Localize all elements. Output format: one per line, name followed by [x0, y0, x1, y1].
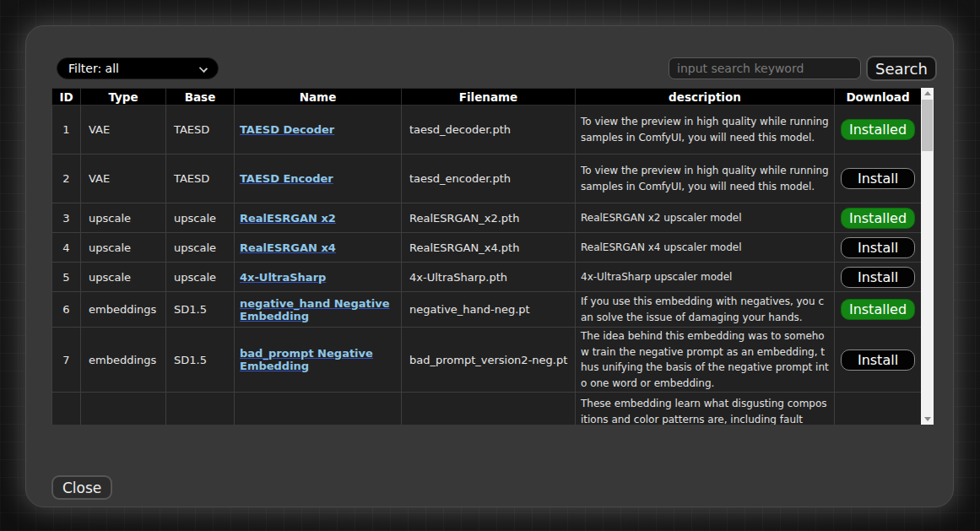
cell-name: bad_prompt Negative Embedding	[235, 328, 402, 393]
cell-id: 7	[52, 328, 81, 393]
cell-name: RealESRGAN x4	[235, 233, 402, 263]
cell-download: Install	[835, 233, 922, 263]
cell-download: Install	[835, 328, 922, 393]
table-row: 6embeddingsSD1.5negative_hand Negative E…	[52, 292, 922, 328]
table-row: 4upscaleupscaleRealESRGAN x4RealESRGAN_x…	[52, 233, 922, 263]
install-button[interactable]: Install	[841, 168, 915, 189]
cell-filename: bad_prompt_version2-neg.pt	[402, 328, 576, 393]
cell-download: Installed	[835, 292, 922, 328]
table-header-row: IDTypeBaseNameFilenamedescriptionDownloa…	[52, 89, 922, 106]
cell-base	[166, 393, 235, 425]
cell-base: SD1.5	[166, 328, 235, 393]
cell-filename: taesd_encoder.pth	[402, 154, 576, 203]
cell-download: Install	[835, 154, 922, 203]
cell-id: 2	[52, 154, 81, 203]
cell-description: These embedding learn what disgusting co…	[576, 393, 835, 425]
install-button[interactable]: Install	[841, 237, 915, 258]
cell-type	[81, 393, 166, 425]
model-name-link[interactable]: TAESD Decoder	[240, 123, 334, 136]
cell-id: 4	[52, 233, 81, 263]
cell-type: upscale	[81, 203, 166, 233]
table-row: 2VAETAESDTAESD Encodertaesd_encoder.pthT…	[52, 154, 922, 203]
cell-id	[52, 393, 81, 425]
cell-id: 6	[52, 292, 81, 328]
cell-base: TAESD	[166, 106, 235, 154]
cell-download: Install	[835, 263, 922, 292]
installed-button[interactable]: Installed	[841, 208, 915, 229]
model-name-link[interactable]: negative_hand Negative Embedding	[240, 297, 389, 322]
cell-filename: RealESRGAN_x2.pth	[402, 203, 576, 233]
column-header-type: Type	[81, 89, 166, 106]
cell-type: VAE	[81, 154, 166, 203]
install-button[interactable]: Install	[841, 349, 915, 371]
column-header-download: Download	[835, 89, 922, 106]
cell-filename: taesd_decoder.pth	[402, 106, 576, 154]
filter-selected-label: Filter: all	[68, 62, 119, 75]
installed-button[interactable]: Installed	[841, 119, 915, 140]
column-header-base: Base	[166, 89, 235, 106]
cell-description: RealESRGAN x4 upscaler model	[576, 233, 835, 263]
cell-base: upscale	[166, 263, 235, 292]
cell-name	[235, 393, 402, 425]
table-row: 3upscaleupscaleRealESRGAN x2RealESRGAN_x…	[52, 203, 922, 233]
cell-description: 4x-UltraSharp upscaler model	[576, 263, 835, 292]
scroll-up-icon[interactable]	[921, 88, 934, 99]
cell-name: negative_hand Negative Embedding	[235, 292, 402, 328]
cell-id: 1	[52, 106, 81, 154]
search-button[interactable]: Search	[866, 56, 937, 81]
cell-name: TAESD Encoder	[235, 154, 402, 203]
model-table-container: IDTypeBaseNameFilenamedescriptionDownloa…	[51, 88, 921, 425]
cell-type: embeddings	[81, 292, 166, 328]
cell-filename	[402, 393, 576, 425]
cell-description: To view the preview in high quality whil…	[576, 154, 835, 203]
cell-id: 3	[52, 203, 81, 233]
table-scrollbar[interactable]	[921, 88, 934, 425]
cell-name: 4x-UltraSharp	[235, 263, 402, 292]
cell-download: Installed	[835, 203, 922, 233]
cell-filename: RealESRGAN_x4.pth	[402, 233, 576, 263]
search-input[interactable]	[669, 57, 861, 79]
column-header-id: ID	[52, 89, 81, 106]
cell-filename: negative_hand-neg.pt	[402, 292, 576, 328]
cell-description: To view the preview in high quality whil…	[576, 106, 835, 154]
table-row: 5upscaleupscale4x-UltraSharp4x-UltraShar…	[52, 263, 922, 292]
model-name-link[interactable]: RealESRGAN x4	[240, 241, 336, 254]
cell-type: upscale	[81, 263, 166, 292]
cell-name: TAESD Decoder	[235, 106, 402, 154]
model-name-link[interactable]: 4x-UltraSharp	[240, 271, 326, 284]
column-header-filename: Filename	[402, 89, 576, 106]
model-table-body: 1VAETAESDTAESD Decodertaesd_decoder.pthT…	[52, 106, 922, 425]
cell-base: TAESD	[166, 154, 235, 203]
filter-select[interactable]: Filter: all	[57, 57, 219, 79]
cell-base: SD1.5	[166, 292, 235, 328]
cell-base: upscale	[166, 203, 235, 233]
column-header-description: description	[576, 89, 835, 106]
cell-description: If you use this embedding with negatives…	[576, 292, 835, 328]
cell-description: RealESRGAN x2 upscaler model	[576, 203, 835, 233]
model-name-link[interactable]: TAESD Encoder	[240, 172, 333, 185]
scroll-down-icon[interactable]	[921, 414, 934, 425]
installed-button[interactable]: Installed	[841, 299, 915, 320]
model-name-link[interactable]: bad_prompt Negative Embedding	[240, 347, 373, 372]
cell-description: The idea behind this embedding was to so…	[576, 328, 835, 393]
cell-base: upscale	[166, 233, 235, 263]
table-row: These embedding learn what disgusting co…	[52, 393, 922, 425]
model-name-link[interactable]: RealESRGAN x2	[240, 212, 336, 225]
chevron-down-icon	[199, 64, 208, 73]
column-header-name: Name	[235, 89, 402, 106]
cell-filename: 4x-UltraSharp.pth	[402, 263, 576, 292]
cell-download: Installed	[835, 106, 922, 154]
model-table: IDTypeBaseNameFilenamedescriptionDownloa…	[51, 88, 921, 425]
table-row: 7embeddingsSD1.5bad_prompt Negative Embe…	[52, 328, 922, 393]
cell-id: 5	[52, 263, 81, 292]
install-button[interactable]: Install	[841, 267, 915, 288]
cell-type: upscale	[81, 233, 166, 263]
cell-type: embeddings	[81, 328, 166, 393]
close-button[interactable]: Close	[51, 475, 112, 500]
table-row: 1VAETAESDTAESD Decodertaesd_decoder.pthT…	[52, 106, 922, 154]
cell-download	[835, 393, 922, 425]
cell-type: VAE	[81, 106, 166, 154]
install-models-dialog: Filter: all Search IDTypeBaseNameFilenam…	[25, 25, 954, 507]
scrollbar-thumb[interactable]	[922, 100, 933, 151]
cell-name: RealESRGAN x2	[235, 203, 402, 233]
